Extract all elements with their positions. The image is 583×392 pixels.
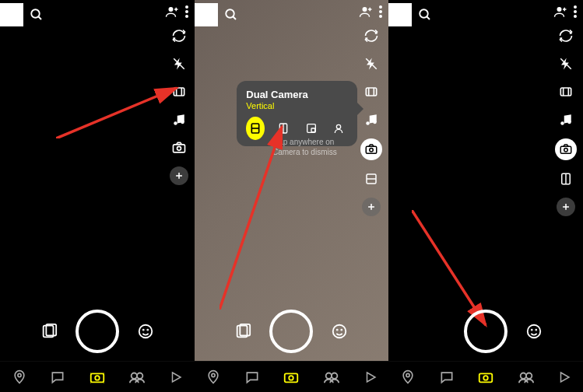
svg-rect-88 [479, 373, 493, 382]
add-friend-icon[interactable] [165, 5, 179, 19]
svg-point-56 [333, 325, 346, 338]
camera-tab-icon[interactable] [89, 369, 106, 386]
profile-avatar[interactable] [0, 3, 23, 26]
map-tab-icon[interactable] [12, 369, 27, 385]
top-right-group [165, 5, 188, 19]
svg-point-12 [174, 121, 177, 125]
chat-tab-icon[interactable] [439, 369, 455, 385]
chat-tab-icon[interactable] [244, 369, 260, 385]
svg-point-28 [226, 9, 234, 18]
dual-camera-icon[interactable] [360, 138, 382, 160]
layout-option-icon[interactable] [362, 170, 381, 188]
spotlight-tab-icon[interactable] [557, 370, 571, 384]
svg-point-62 [326, 373, 332, 378]
map-tab-icon[interactable] [205, 369, 221, 385]
svg-point-2 [168, 7, 173, 12]
camera-tab-icon[interactable] [283, 369, 300, 386]
add-friend-icon[interactable] [553, 5, 567, 19]
lens-smiley-icon[interactable] [136, 322, 155, 341]
svg-point-21 [147, 330, 148, 331]
kebab-menu-icon[interactable] [185, 5, 188, 18]
svg-point-25 [132, 373, 137, 378]
svg-point-26 [137, 373, 142, 378]
bottom-nav [388, 361, 583, 392]
flash-icon[interactable] [362, 54, 381, 73]
flip-camera-icon[interactable] [557, 26, 575, 45]
video-icon[interactable] [170, 82, 188, 101]
capture-row [0, 310, 195, 353]
stories-tab-icon[interactable] [323, 369, 340, 386]
spotlight-tab-icon[interactable] [169, 370, 183, 384]
svg-point-34 [379, 10, 382, 13]
memories-icon[interactable] [234, 322, 252, 341]
kebab-menu-icon[interactable] [574, 5, 577, 18]
profile-avatar[interactable] [195, 3, 218, 26]
lens-smiley-icon[interactable] [330, 322, 349, 341]
svg-rect-79 [560, 146, 571, 153]
svg-point-67 [557, 7, 561, 12]
video-icon[interactable] [362, 82, 381, 101]
lens-smiley-icon[interactable] [525, 322, 543, 341]
add-tool-button[interactable]: ＋ [362, 198, 381, 216]
dual-camera-icon[interactable] [555, 138, 577, 160]
svg-point-40 [367, 121, 371, 125]
add-tool-button[interactable]: ＋ [170, 166, 188, 185]
dual-camera-icon[interactable] [170, 138, 188, 157]
capture-row [195, 310, 389, 353]
svg-point-84 [528, 325, 541, 338]
svg-point-87 [406, 373, 409, 376]
svg-rect-23 [91, 373, 104, 382]
add-friend-icon[interactable] [359, 5, 373, 19]
camera-tab-icon[interactable] [477, 369, 494, 386]
svg-line-66 [427, 16, 430, 19]
search-icon[interactable] [30, 8, 44, 22]
spotlight-tab-icon[interactable] [363, 370, 378, 384]
stories-tab-icon[interactable] [518, 369, 535, 386]
video-icon[interactable] [557, 82, 575, 101]
capture-button[interactable] [76, 310, 119, 353]
music-icon[interactable] [170, 110, 188, 129]
capture-button[interactable] [464, 310, 507, 353]
svg-point-65 [420, 9, 429, 18]
svg-point-6 [185, 10, 188, 13]
svg-rect-9 [174, 88, 184, 96]
top-left-group [0, 3, 44, 26]
kebab-menu-icon[interactable] [379, 5, 382, 18]
search-icon[interactable] [418, 8, 432, 22]
camera-toolbar: ＋ [555, 26, 577, 216]
svg-point-72 [574, 15, 577, 18]
screenshot-2: ＋ Dual Camera Vertical Tap anywhere on C… [195, 0, 389, 392]
flip-camera-icon[interactable] [170, 26, 188, 45]
svg-point-91 [526, 373, 532, 378]
tutorial-arrow [56, 53, 188, 138]
layout-option-icon[interactable] [557, 170, 575, 188]
dismiss-hint: Tap anywhere on Camera to dismiss [258, 137, 351, 157]
memories-icon[interactable] [40, 322, 58, 341]
svg-marker-27 [172, 373, 181, 382]
svg-line-1 [38, 16, 41, 19]
stories-tab-icon[interactable] [128, 369, 146, 386]
capture-button[interactable] [269, 310, 313, 353]
svg-point-35 [379, 15, 382, 18]
music-icon[interactable] [557, 110, 575, 129]
flash-icon[interactable] [557, 54, 575, 73]
svg-point-30 [363, 7, 367, 12]
svg-point-52 [337, 124, 341, 128]
add-tool-button[interactable]: ＋ [557, 198, 575, 216]
svg-point-78 [567, 121, 571, 124]
svg-point-89 [483, 376, 488, 380]
svg-rect-74 [560, 88, 571, 96]
flash-icon[interactable] [170, 54, 188, 73]
flip-camera-icon[interactable] [362, 26, 381, 45]
svg-rect-51 [311, 128, 315, 132]
svg-point-19 [139, 325, 153, 338]
svg-point-80 [564, 149, 568, 152]
music-icon[interactable] [362, 110, 381, 129]
search-icon[interactable] [224, 8, 238, 22]
profile-avatar[interactable] [388, 3, 412, 26]
svg-point-15 [177, 146, 181, 150]
camera-toolbar: ＋ [360, 26, 382, 216]
chat-tab-icon[interactable] [50, 369, 65, 385]
svg-point-71 [574, 10, 577, 13]
map-tab-icon[interactable] [400, 369, 416, 385]
